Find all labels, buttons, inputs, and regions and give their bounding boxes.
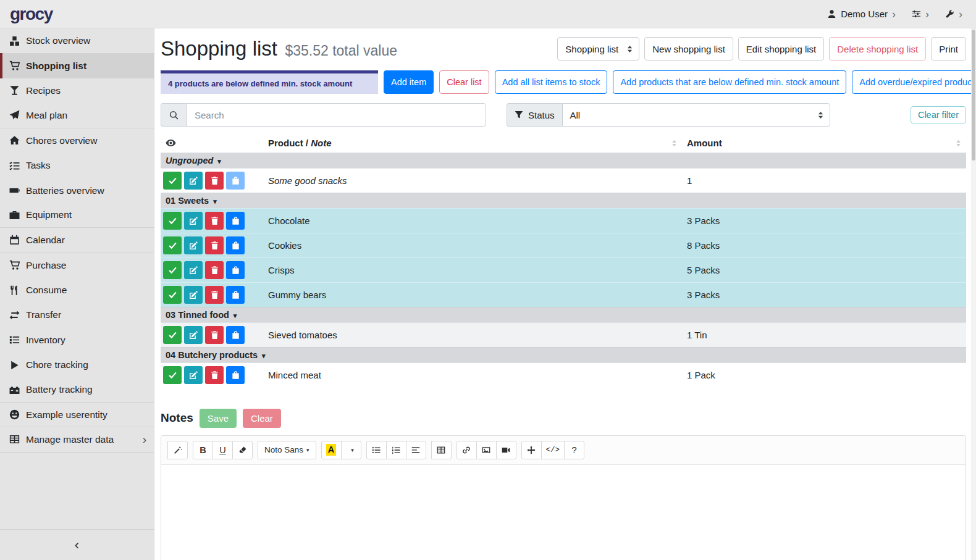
product-group-header[interactable]: Ungrouped▾ xyxy=(161,153,966,169)
mark-done-button[interactable] xyxy=(163,286,182,304)
magic-button[interactable] xyxy=(167,441,188,459)
sidebar-item-chore-tracking[interactable]: Chore tracking xyxy=(0,353,154,377)
edit-item-button[interactable] xyxy=(184,286,203,304)
notes-editor-content[interactable] xyxy=(161,465,965,560)
sidebar-item-battery-tracking[interactable]: Battery tracking xyxy=(0,377,154,402)
video-button[interactable] xyxy=(496,441,516,459)
edit-item-button[interactable] xyxy=(184,236,203,254)
product-cell: Chocolate xyxy=(263,209,682,233)
mark-done-button[interactable] xyxy=(163,261,182,279)
sidebar-item-chores-overview[interactable]: Chores overview xyxy=(0,128,154,153)
eraser-button[interactable] xyxy=(232,441,253,459)
purchase-product-button[interactable] xyxy=(226,261,245,279)
mark-done-button[interactable] xyxy=(163,366,182,384)
clear-list-button[interactable]: Clear list xyxy=(439,70,489,94)
fullscreen-button[interactable] xyxy=(521,441,542,459)
delete-item-button[interactable] xyxy=(205,286,224,304)
add-below-min-stock-button[interactable]: Add products that are below defined min.… xyxy=(613,70,846,94)
sidebar-item-manage-master-data[interactable]: Manage master data› xyxy=(0,427,154,452)
sort-icon[interactable] xyxy=(671,140,677,147)
product-group-header[interactable]: 04 Butchery products▾ xyxy=(161,348,966,363)
sidebar-item-transfer[interactable]: Transfer xyxy=(0,303,154,327)
product-group-header[interactable]: 03 Tinned food▾ xyxy=(161,307,966,323)
purchase-product-button[interactable] xyxy=(226,236,245,254)
purchase-product-button[interactable] xyxy=(226,172,245,190)
new-shopping-list-button[interactable]: New shopping list xyxy=(644,37,733,61)
user-menu[interactable]: Demo User › xyxy=(827,9,896,20)
edit-item-button[interactable] xyxy=(184,261,203,279)
clear-filter-button[interactable]: Clear filter xyxy=(911,106,966,123)
clear-notes-button[interactable]: Clear xyxy=(243,409,281,428)
sidebar-item-consume[interactable]: Consume xyxy=(0,278,154,303)
bag-icon xyxy=(231,370,240,380)
delete-item-button[interactable] xyxy=(205,366,224,384)
delete-item-button[interactable] xyxy=(205,172,224,190)
list-icon xyxy=(8,335,20,345)
add-all-list-items-button[interactable]: Add all list items to stock xyxy=(495,70,608,94)
delete-item-button[interactable] xyxy=(205,326,224,344)
mark-done-button[interactable] xyxy=(163,236,182,254)
add-overdue-expired-button[interactable]: Add overdue/expired products xyxy=(852,70,976,94)
action-row: 4 products are below defined min. stock … xyxy=(161,70,966,94)
sidebar-item-tasks[interactable]: Tasks xyxy=(0,153,154,178)
status-filter-select[interactable]: All xyxy=(562,103,830,127)
sidebar-item-calendar[interactable]: Calendar xyxy=(0,228,154,253)
collapse-sidebar-button[interactable]: ‹ xyxy=(0,529,154,560)
edit-item-button[interactable] xyxy=(184,326,203,344)
purchase-product-button[interactable] xyxy=(226,366,245,384)
sidebar-item-purchase[interactable]: Purchase xyxy=(0,253,154,278)
paragraph-button[interactable] xyxy=(406,441,426,459)
edit-item-button[interactable] xyxy=(184,366,203,384)
shopping-list-select[interactable]: Shopping list xyxy=(557,37,639,61)
ordered-list-button[interactable] xyxy=(386,441,406,459)
sidebar-item-recipes[interactable]: Recipes xyxy=(0,78,154,103)
admin-settings-menu[interactable]: › xyxy=(945,9,962,20)
status-filter-label: Status xyxy=(528,110,555,120)
help-button[interactable]: ? xyxy=(564,441,584,459)
sidebar-item-label: Recipes xyxy=(26,85,146,96)
sort-icon[interactable] xyxy=(956,140,961,147)
mark-done-button[interactable] xyxy=(163,326,182,344)
ui-settings-menu[interactable]: › xyxy=(912,9,929,20)
delete-item-button[interactable] xyxy=(205,236,224,254)
sidebar-item-inventory[interactable]: Inventory xyxy=(0,328,154,353)
delete-item-button[interactable] xyxy=(205,212,224,230)
sidebar-item-meal-plan[interactable]: Meal plan xyxy=(0,103,154,128)
sidebar-item-batteries-overview[interactable]: Batteries overview xyxy=(0,178,154,203)
codeview-button[interactable]: </> xyxy=(541,441,565,459)
edit-item-button[interactable] xyxy=(184,172,203,190)
sidebar-item-label: Tasks xyxy=(26,160,146,171)
mark-done-button[interactable] xyxy=(163,172,182,190)
product-group-header[interactable]: 01 Sweets▾ xyxy=(161,193,966,209)
purchase-cart-icon xyxy=(8,260,20,270)
table-button[interactable] xyxy=(431,441,452,459)
highlight-color-button[interactable]: A xyxy=(321,441,342,459)
purchase-product-button[interactable] xyxy=(226,212,245,230)
save-notes-button[interactable]: Save xyxy=(200,409,237,428)
sidebar-item-shopping-list[interactable]: Shopping list xyxy=(0,53,154,78)
sidebar-item-stock-overview[interactable]: Stock overview xyxy=(0,28,154,53)
purchase-product-button[interactable] xyxy=(226,326,245,344)
delete-shopping-list-button[interactable]: Delete shopping list xyxy=(829,37,926,61)
notes-editor: BUNoto Sans▾A▾</>? xyxy=(161,435,966,560)
unordered-list-button[interactable] xyxy=(366,441,387,459)
delete-item-button[interactable] xyxy=(205,261,224,279)
bold-button[interactable]: B xyxy=(193,441,213,459)
search-input[interactable] xyxy=(187,103,486,127)
color-picker-caret-button[interactable]: ▾ xyxy=(341,441,361,459)
picture-button[interactable] xyxy=(476,441,497,459)
car-battery-icon xyxy=(8,385,20,395)
mark-done-button[interactable] xyxy=(163,212,182,230)
sidebar-item-example-userentity[interactable]: Example userentity xyxy=(0,403,154,427)
edit-item-button[interactable] xyxy=(184,212,203,230)
underline-button[interactable]: U xyxy=(212,441,233,459)
sidebar-item-equipment[interactable]: Equipment xyxy=(0,203,154,228)
scrollbar-thumb[interactable] xyxy=(972,30,975,161)
font-family-select[interactable]: Noto Sans▾ xyxy=(258,441,316,459)
page-header: Shopping list $35.52 total value Shoppin… xyxy=(161,37,966,61)
add-item-button[interactable]: Add item xyxy=(384,70,434,94)
link-button[interactable] xyxy=(456,441,477,459)
print-button[interactable]: Print xyxy=(931,37,966,61)
purchase-product-button[interactable] xyxy=(226,286,245,304)
edit-shopping-list-button[interactable]: Edit shopping list xyxy=(738,37,824,61)
